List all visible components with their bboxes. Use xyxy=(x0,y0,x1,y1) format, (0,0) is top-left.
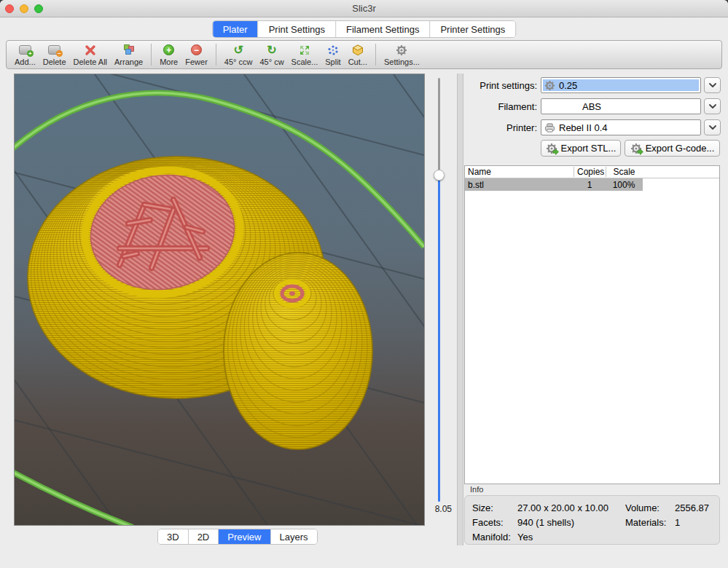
printer-select[interactable]: Rebel II 0.4 xyxy=(541,119,701,135)
manifold-value: Yes xyxy=(517,532,625,543)
printer-dropdown-button[interactable] xyxy=(704,119,721,135)
filament-dropdown-button[interactable] xyxy=(704,98,721,114)
split-button[interactable]: Split xyxy=(321,41,344,67)
column-header-scale[interactable]: Scale xyxy=(606,167,642,177)
cut-icon xyxy=(352,43,364,57)
delete-all-button[interactable]: Delete All xyxy=(70,41,111,67)
toolbar-separator xyxy=(151,44,152,66)
print-settings-select[interactable]: 0.25 xyxy=(541,77,701,93)
arrange-icon xyxy=(122,43,136,57)
toolbar-separator xyxy=(375,44,376,66)
chevron-down-icon xyxy=(709,125,716,130)
gear-icon xyxy=(544,80,555,91)
materials-value: 1 xyxy=(675,517,712,528)
rotate-ccw-icon: ↺ xyxy=(233,43,243,57)
filament-label: Filament: xyxy=(464,101,537,112)
slider-fill[interactable] xyxy=(438,170,440,502)
info-section-label: Info xyxy=(470,485,483,494)
object-list-header: Name Copies Scale xyxy=(465,166,719,178)
view-3d-button[interactable]: 3D xyxy=(158,529,188,544)
add-icon: + xyxy=(19,43,31,57)
more-button[interactable]: + More xyxy=(156,41,181,67)
scale-icon xyxy=(299,43,310,57)
export-gcode-icon xyxy=(630,143,642,154)
column-header-copies[interactable]: Copies xyxy=(574,167,606,177)
view-layers-button[interactable]: Layers xyxy=(270,529,317,544)
size-value: 27.00 x 20.00 x 10.00 xyxy=(517,502,625,513)
sliced-object-small xyxy=(224,253,372,449)
cut-button[interactable]: Cut... xyxy=(345,41,371,67)
fewer-button[interactable]: − Fewer xyxy=(181,41,211,67)
facets-label: Facets: xyxy=(472,517,517,528)
tab-print-settings[interactable]: Print Settings xyxy=(258,21,335,37)
table-row[interactable]: b.stl 1 100% xyxy=(465,178,643,191)
tab-bar: Plater Print Settings Filament Settings … xyxy=(0,17,728,39)
scale-button[interactable]: Scale... xyxy=(288,41,322,67)
column-header-name[interactable]: Name xyxy=(465,167,574,177)
toolbar-separator xyxy=(216,44,216,66)
layer-height-value: 8.05 xyxy=(426,504,452,514)
export-gcode-button[interactable]: Export G-code... xyxy=(625,140,720,157)
view-switch: 3D 2D Preview Layers xyxy=(157,529,318,545)
window-title: Slic3r xyxy=(0,3,728,14)
chevron-down-icon xyxy=(709,83,716,87)
split-icon xyxy=(327,43,339,57)
materials-label: Materials: xyxy=(625,517,675,528)
object-list: Name Copies Scale b.stl 1 100% xyxy=(464,165,720,484)
panel-splitter[interactable] xyxy=(457,74,463,545)
info-panel: Size: 27.00 x 20.00 x 10.00 Volume: 2556… xyxy=(464,495,720,545)
volume-label: Volume: xyxy=(625,502,675,513)
export-stl-icon xyxy=(546,143,557,154)
rotate-ccw-button[interactable]: ↺ 45° ccw xyxy=(221,41,257,67)
slider-thumb[interactable] xyxy=(434,170,445,181)
printer-icon xyxy=(544,122,555,133)
slider-track[interactable] xyxy=(438,78,440,170)
print-settings-dropdown-button[interactable] xyxy=(704,77,721,93)
layer-slider[interactable] xyxy=(437,78,441,502)
fewer-icon: − xyxy=(191,43,202,57)
chevron-down-icon xyxy=(709,104,716,109)
arrange-button[interactable]: Arrange xyxy=(111,41,146,67)
delete-icon: − xyxy=(48,43,60,57)
gear-icon xyxy=(396,43,407,57)
settings-button[interactable]: Settings... xyxy=(380,41,423,67)
rotate-cw-button[interactable]: ↻ 45° cw xyxy=(256,41,287,67)
tab-printer-settings[interactable]: Printer Settings xyxy=(429,21,515,37)
facets-value: 940 (1 shells) xyxy=(517,517,625,528)
more-icon: + xyxy=(163,43,174,57)
printer-label: Printer: xyxy=(464,122,537,133)
add-button[interactable]: + Add... xyxy=(11,41,39,67)
manifold-label: Manifold: xyxy=(472,532,517,543)
view-2d-button[interactable]: 2D xyxy=(188,529,219,544)
view-preview-button[interactable]: Preview xyxy=(218,529,270,544)
size-label: Size: xyxy=(472,502,517,513)
rotate-cw-icon: ↻ xyxy=(267,43,276,57)
app-window: Slic3r Plater Print Settings Filament Se… xyxy=(0,0,728,568)
tab-plater[interactable]: Plater xyxy=(213,21,258,37)
tab-filament-settings[interactable]: Filament Settings xyxy=(335,21,429,37)
filament-select[interactable]: ABS xyxy=(541,98,701,114)
3d-preview-viewport[interactable] xyxy=(14,74,425,526)
delete-all-icon xyxy=(85,43,96,57)
delete-button[interactable]: − Delete xyxy=(39,41,70,67)
export-stl-button[interactable]: Export STL... xyxy=(541,140,621,157)
titlebar: Slic3r xyxy=(0,0,728,17)
print-settings-label: Print settings: xyxy=(464,80,537,91)
toolbar: + Add... − Delete Delete All Arrange + M… xyxy=(6,40,722,69)
volume-value: 2556.87 xyxy=(675,502,712,513)
